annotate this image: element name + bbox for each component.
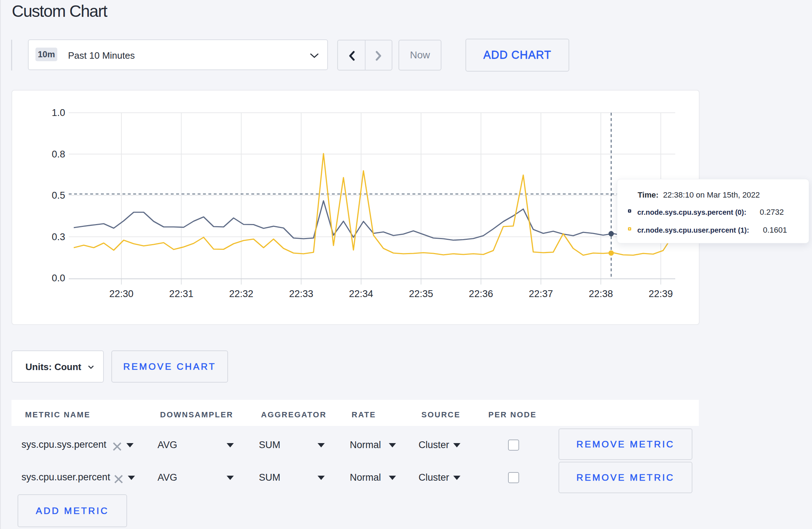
svg-text:0.0: 0.0: [52, 273, 65, 283]
svg-text:22:32: 22:32: [229, 288, 253, 299]
svg-text:22:31: 22:31: [169, 288, 194, 299]
svg-text:0.8: 0.8: [52, 149, 65, 160]
svg-text:22:37: 22:37: [529, 288, 553, 299]
svg-text:22:38: 22:38: [589, 288, 613, 299]
svg-text:22:34: 22:34: [349, 288, 373, 299]
svg-text:22:33: 22:33: [289, 288, 313, 299]
svg-text:22:39: 22:39: [649, 288, 673, 299]
svg-text:1.0: 1.0: [52, 107, 65, 118]
svg-text:22:35: 22:35: [409, 288, 433, 299]
svg-text:22:36: 22:36: [469, 288, 493, 299]
svg-text:0.3: 0.3: [52, 232, 65, 242]
svg-text:22:30: 22:30: [109, 288, 134, 299]
svg-text:0.5: 0.5: [52, 190, 65, 201]
